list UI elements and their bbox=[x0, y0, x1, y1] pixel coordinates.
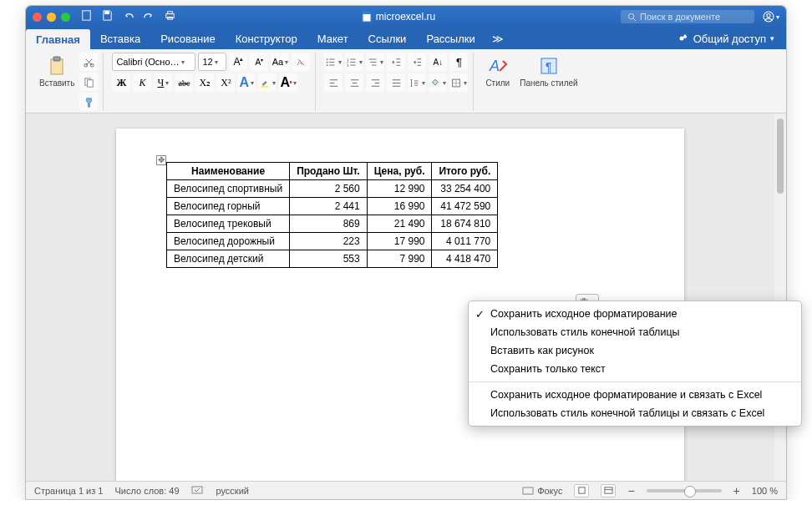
tab-home[interactable]: Главная bbox=[26, 29, 90, 49]
table-cell[interactable]: 4 418 470 bbox=[432, 250, 498, 268]
table-cell[interactable]: Велосипед горный bbox=[167, 198, 290, 215]
save-icon[interactable] bbox=[101, 9, 114, 25]
zoom-value[interactable]: 100 % bbox=[752, 486, 778, 496]
svg-point-11 bbox=[679, 37, 683, 41]
undo-icon[interactable] bbox=[122, 9, 134, 25]
table-cell[interactable]: 869 bbox=[290, 215, 368, 233]
table-cell[interactable]: 21 490 bbox=[367, 215, 432, 233]
decrease-indent-icon[interactable] bbox=[387, 53, 405, 71]
sort-icon[interactable]: A↓ bbox=[429, 53, 447, 71]
svg-point-23 bbox=[327, 61, 328, 63]
table-cell[interactable]: 41 472 590 bbox=[432, 198, 498, 215]
paste-keep-source-link[interactable]: Сохранить исходное форматирование и связ… bbox=[469, 386, 801, 404]
bold-button[interactable]: Ж bbox=[112, 73, 130, 92]
align-left-icon[interactable] bbox=[324, 73, 343, 92]
increase-font-icon[interactable]: A▴ bbox=[229, 53, 247, 71]
italic-button[interactable]: К bbox=[133, 73, 151, 92]
focus-mode-button[interactable]: Фокус bbox=[522, 486, 562, 496]
col-header[interactable]: Наименование bbox=[167, 163, 290, 180]
word-count[interactable]: Число слов: 49 bbox=[114, 486, 179, 496]
table-cell[interactable]: Велосипед трековый bbox=[167, 215, 290, 233]
tab-insert[interactable]: Вставка bbox=[90, 28, 150, 49]
format-painter-icon[interactable] bbox=[79, 93, 98, 111]
styles-panel-button[interactable]: ¶ Панель стилей bbox=[516, 53, 581, 89]
language-indicator[interactable]: русский bbox=[216, 486, 249, 496]
print-layout-view-icon[interactable] bbox=[574, 484, 589, 497]
table-cell[interactable]: 16 990 bbox=[367, 198, 432, 215]
redo-icon[interactable] bbox=[143, 9, 155, 25]
justify-icon[interactable] bbox=[387, 73, 405, 92]
tab-mailings[interactable]: Рассылки bbox=[416, 28, 485, 49]
shading-icon[interactable]: ▾ bbox=[429, 73, 447, 92]
bullets-icon[interactable]: ▾ bbox=[324, 53, 343, 71]
zoom-slider[interactable] bbox=[647, 489, 722, 492]
table-cell[interactable]: Велосипед спортивный bbox=[167, 180, 290, 198]
tab-layout[interactable]: Макет bbox=[307, 28, 358, 49]
align-center-icon[interactable] bbox=[345, 73, 363, 92]
superscript-button[interactable]: X² bbox=[216, 73, 235, 92]
share-button[interactable]: Общий доступ ▾ bbox=[666, 28, 786, 49]
numbering-icon[interactable]: 123▾ bbox=[345, 53, 363, 71]
table-cell[interactable]: 223 bbox=[290, 233, 368, 250]
spellcheck-icon[interactable] bbox=[191, 485, 205, 497]
multilevel-list-icon[interactable]: ▾ bbox=[366, 53, 384, 71]
show-marks-icon[interactable]: ¶ bbox=[449, 53, 468, 71]
subscript-button[interactable]: X₂ bbox=[195, 73, 214, 92]
search-input[interactable]: Поиск в документе bbox=[621, 10, 754, 23]
status-bar: Страница 1 из 1 Число слов: 49 русский Ф… bbox=[26, 481, 786, 499]
zoom-in-button[interactable]: + bbox=[733, 484, 740, 497]
col-header[interactable]: Продано Шт. bbox=[290, 163, 368, 180]
maximize-window-button[interactable] bbox=[61, 13, 70, 22]
paste-text-only[interactable]: Сохранить только текст bbox=[469, 360, 801, 378]
minimize-window-button[interactable] bbox=[47, 13, 56, 22]
data-table[interactable]: Наименование Продано Шт. Цена, руб. Итог… bbox=[166, 162, 498, 268]
paste-button[interactable]: Вставить bbox=[36, 53, 78, 111]
underline-button[interactable]: Ч▾ bbox=[154, 73, 172, 92]
paste-keep-source[interactable]: Сохранить исходное форматирование bbox=[469, 305, 801, 323]
change-case-icon[interactable]: Aa▾ bbox=[271, 53, 289, 71]
zoom-out-button[interactable]: − bbox=[627, 484, 634, 497]
close-window-button[interactable] bbox=[33, 13, 42, 22]
text-effects-icon[interactable]: A▾ bbox=[237, 73, 256, 92]
col-header[interactable]: Итого руб. bbox=[432, 163, 498, 180]
font-name-select[interactable]: Calibri (Осно…▾ bbox=[112, 53, 195, 71]
profile-icon[interactable]: ▾ bbox=[763, 8, 779, 25]
table-cell[interactable]: 4 011 770 bbox=[432, 233, 498, 250]
paste-match-dest[interactable]: Использовать стиль конечной таблицы bbox=[469, 323, 801, 341]
decrease-font-icon[interactable]: A▾ bbox=[250, 53, 268, 71]
table-anchor-icon[interactable]: ✥ bbox=[156, 155, 166, 165]
new-doc-icon[interactable] bbox=[80, 9, 93, 25]
table-cell[interactable]: 2 560 bbox=[290, 180, 368, 198]
font-color-icon[interactable]: A▾ bbox=[279, 73, 297, 92]
page-indicator[interactable]: Страница 1 из 1 bbox=[34, 486, 103, 496]
table-cell[interactable]: Велосипед дорожный bbox=[167, 233, 290, 250]
table-cell[interactable]: 17 990 bbox=[367, 233, 432, 250]
tab-design[interactable]: Конструктор bbox=[226, 28, 307, 49]
highlight-icon[interactable]: ▾ bbox=[258, 73, 277, 92]
paste-as-picture[interactable]: Вставить как рисунок bbox=[469, 341, 801, 360]
font-size-select[interactable]: 12▾ bbox=[198, 53, 226, 71]
table-cell[interactable]: 12 990 bbox=[367, 180, 432, 198]
table-cell[interactable]: 18 674 810 bbox=[432, 215, 498, 233]
table-cell[interactable]: 33 254 400 bbox=[432, 180, 498, 198]
borders-icon[interactable]: ▾ bbox=[449, 73, 468, 92]
cut-icon[interactable] bbox=[79, 53, 98, 71]
print-icon[interactable] bbox=[164, 9, 176, 25]
increase-indent-icon[interactable] bbox=[408, 53, 426, 71]
web-layout-view-icon[interactable] bbox=[601, 484, 616, 497]
styles-button[interactable]: A Стили bbox=[482, 53, 513, 89]
line-spacing-icon[interactable]: ▾ bbox=[408, 73, 426, 92]
tab-overflow[interactable]: ≫ bbox=[485, 28, 510, 49]
col-header[interactable]: Цена, руб. bbox=[367, 163, 432, 180]
paste-match-dest-link[interactable]: Использовать стиль конечной таблицы и св… bbox=[469, 404, 801, 422]
tab-draw[interactable]: Рисование bbox=[150, 28, 225, 49]
tab-references[interactable]: Ссылки bbox=[358, 28, 417, 49]
table-cell[interactable]: Велосипед детский bbox=[167, 250, 290, 268]
clear-format-icon[interactable]: A bbox=[292, 53, 310, 71]
copy-icon[interactable] bbox=[79, 73, 98, 91]
table-cell[interactable]: 7 990 bbox=[367, 250, 432, 268]
table-cell[interactable]: 553 bbox=[290, 250, 368, 268]
strike-button[interactable]: abc bbox=[175, 73, 193, 92]
table-cell[interactable]: 2 441 bbox=[290, 198, 368, 215]
align-right-icon[interactable] bbox=[366, 73, 384, 92]
